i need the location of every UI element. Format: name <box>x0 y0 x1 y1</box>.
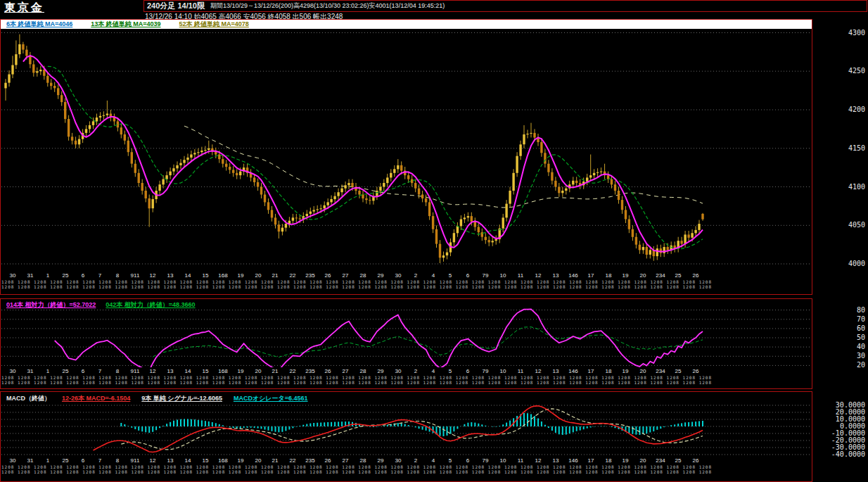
ma52-legend-label: 52本 終値単純 MA=4078 <box>179 20 249 29</box>
day-label: 27 <box>343 368 349 374</box>
day-label: 5 <box>449 457 452 464</box>
day-label: 79 <box>483 272 489 279</box>
day-label: 30 <box>395 272 402 279</box>
day-label: 30 <box>10 272 16 279</box>
day-label: 20 <box>255 457 262 464</box>
rsi-axis-label: 70 <box>857 315 865 322</box>
day-label: 25 <box>675 368 682 374</box>
day-label: 12 <box>535 457 542 464</box>
day-label: 235 <box>305 368 314 374</box>
day-label: 26 <box>325 457 331 464</box>
time-axis-row: 1208 1208 1208 1208 1208 1208 1208 1208 … <box>1 284 715 289</box>
ma6-legend-label: 6本 終値単純 MA=4046 <box>6 20 72 29</box>
day-label: 12 <box>150 368 156 374</box>
day-label: 15 <box>203 368 209 374</box>
day-label: 26 <box>325 368 331 374</box>
day-label: 5 <box>449 272 452 279</box>
day-label: 27 <box>343 272 349 279</box>
day-label: 1 <box>46 272 49 279</box>
day-label: 2 <box>414 368 417 374</box>
day-label: 4 <box>432 457 435 464</box>
day-label: 168 <box>218 368 227 374</box>
rsi-panel: 014本 相対力（終値）=52.7022 042本 相対力（終値）=48.366… <box>0 298 812 389</box>
day-label: 2 <box>414 272 417 279</box>
day-label: 911 <box>131 368 140 374</box>
day-label: 17 <box>588 368 594 374</box>
day-label: 5 <box>449 368 452 374</box>
day-label: 1 <box>46 457 49 464</box>
day-label: 26 <box>325 272 331 279</box>
day-label: 12 <box>150 457 156 464</box>
day-label: 4 <box>432 368 435 374</box>
day-label: 6 <box>466 272 469 279</box>
day-label: 28 <box>360 368 366 374</box>
rsi-chart[interactable] <box>1 308 810 367</box>
rsi-axis-label: 80 <box>857 305 865 313</box>
day-label: 12 <box>535 272 542 279</box>
day-label: 13 <box>553 272 559 279</box>
day-label: 20 <box>255 272 262 279</box>
day-label: 10 <box>500 457 506 464</box>
instrument-title: 東京金 <box>4 1 44 15</box>
day-label: 21 <box>272 457 279 464</box>
day-label: 19 <box>623 272 629 279</box>
day-label: 17 <box>588 272 594 279</box>
day-label: 17 <box>588 457 594 464</box>
day-label: 30 <box>395 368 402 374</box>
day-label: 911 <box>131 457 140 464</box>
day-label: 146 <box>568 272 577 279</box>
day-label: 8 <box>116 272 119 279</box>
day-label: 168 <box>218 457 227 464</box>
macd-chart[interactable] <box>1 402 810 457</box>
day-label: 146 <box>568 368 577 374</box>
candles-layer <box>4 34 703 263</box>
day-label: 19 <box>623 368 629 374</box>
day-label: 7 <box>98 457 101 464</box>
price-chart-panel: 6本 終値単純 MA=4046 13本 終値単純 MA=4039 52本 終値単… <box>0 19 812 295</box>
time-axis-row: 1208 1208 1208 1208 1208 1208 1208 1208 … <box>1 380 715 385</box>
day-label: 26 <box>693 457 699 464</box>
day-label: 6 <box>82 368 84 374</box>
day-label: 13 <box>553 368 559 374</box>
day-label: 28 <box>360 272 366 279</box>
day-label: 25 <box>675 457 682 464</box>
rsi-axis-label: 20 <box>857 361 865 369</box>
period-range-label: 期間13/10/29～13/12/26(200)高4298(13/10/30 2… <box>210 1 445 11</box>
ma13-legend-label: 13本 終値単純 MA=4039 <box>91 20 160 29</box>
day-label: 79 <box>483 457 489 464</box>
day-label: 25 <box>63 457 69 464</box>
day-label: 20 <box>255 368 262 374</box>
day-label: 31 <box>27 272 34 279</box>
y-axis-label-column: 4300425042004150410040504000807060504030… <box>813 0 867 482</box>
price-axis-label: 4250 <box>848 67 865 75</box>
time-axis-row: 1208 1208 1208 1208 1208 1208 1208 1208 … <box>1 279 715 284</box>
day-label: 28 <box>360 457 366 464</box>
day-label: 22 <box>290 272 296 279</box>
day-label: 26 <box>693 368 699 374</box>
day-label: 11 <box>518 457 523 464</box>
rsi-axis-label: 30 <box>857 352 865 360</box>
day-label: 10 <box>500 272 506 279</box>
day-label: 11 <box>518 272 523 279</box>
day-label: 18 <box>606 272 612 279</box>
day-label: 235 <box>305 457 314 464</box>
day-label: 168 <box>218 272 227 279</box>
day-label: 7 <box>98 272 101 279</box>
time-axis-row: 1208 1208 1208 1208 1208 1208 1208 1208 … <box>1 469 715 474</box>
day-label: 79 <box>483 368 489 374</box>
day-label: 15 <box>203 272 209 279</box>
candlestick-chart[interactable] <box>1 29 810 272</box>
day-label: 2 <box>414 457 417 464</box>
day-label: 6 <box>82 272 84 279</box>
day-label: 22 <box>290 368 296 374</box>
rsi-axis-label: 40 <box>857 343 865 350</box>
day-label: 13 <box>553 457 559 464</box>
timeframe-contract-label: 240分足 14/10限 <box>144 1 205 11</box>
trading-chart-window: 東京金 240分足 14/10限 期間13/10/29～13/12/26(200… <box>0 0 868 482</box>
day-label: 26 <box>693 272 699 279</box>
rsi-xaxis: 3031125678911121314151681920212223526272… <box>1 367 810 390</box>
day-label: 8 <box>116 457 119 464</box>
day-label: 911 <box>131 272 140 279</box>
time-axis-row: 1208 1208 1208 1208 1208 1208 1208 1208 … <box>1 464 715 469</box>
day-label: 30 <box>395 457 402 464</box>
